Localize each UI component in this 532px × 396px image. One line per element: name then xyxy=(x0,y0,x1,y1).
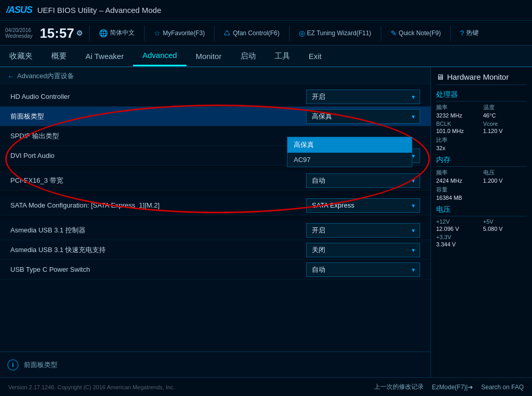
hw-12v-label: +12V xyxy=(436,218,480,225)
front-panel-value-wrap: 高保真AC97 ▼ xyxy=(306,109,420,124)
last-change-btn[interactable]: 上一次的修改记录 xyxy=(374,383,424,391)
hw-vcore-value: 1.120 V xyxy=(483,128,527,134)
hw-cpu-section: 处理器 xyxy=(436,90,527,101)
monitor-icon: 🖥 xyxy=(436,72,444,81)
hd-audio-value-wrap: 开启关闭 ▼ xyxy=(306,90,420,104)
hw-volt-row1: +12V +5V 12.096 V 5.080 V xyxy=(436,218,527,232)
usb31-label: Asmedia USB 3.1 控制器 xyxy=(10,226,306,235)
hw-mem-row1: 频率 电压 2424 MHz 1.200 V xyxy=(436,169,527,184)
hw-mem-freq-label: 频率 xyxy=(436,169,480,177)
hw-33v-label: +3.3V xyxy=(436,234,480,240)
gear-icon[interactable]: ⚙ xyxy=(76,30,83,37)
hw-volt-section: 电压 xyxy=(436,205,527,216)
nav-exit[interactable]: Exit xyxy=(299,46,331,66)
back-arrow-icon[interactable]: ← xyxy=(7,72,14,80)
nav-advanced[interactable]: Advanced xyxy=(133,46,186,66)
usbc-label: USB Type C Power Switch xyxy=(10,266,306,273)
globe-icon: 🌐 xyxy=(99,29,108,37)
nav-boot[interactable]: 启动 xyxy=(231,46,265,66)
setting-row-usb31[interactable]: Asmedia USB 3.1 控制器 开启关闭 ▼ xyxy=(0,221,430,240)
myfavorite-btn[interactable]: ☆ MyFavorite(F3) xyxy=(151,28,208,38)
hw-mem-cap-value: 16384 MB xyxy=(436,195,480,201)
hw-bclk-value: 101.0 MHz xyxy=(436,128,480,134)
hw-cpu-freq-label: 频率 xyxy=(436,104,480,111)
setting-row-usbc[interactable]: USB Type C Power Switch 自动手动 ▼ xyxy=(0,260,430,280)
qfan-btn[interactable]: ♺ Qfan Control(F6) xyxy=(221,28,282,38)
hd-audio-label: HD Audio Controller xyxy=(10,93,306,100)
nav-monitor[interactable]: Monitor xyxy=(186,46,231,66)
info-bar: 04/20/2016 Wednesday 15:57 ⚙ 🌐 简体中文 ☆ My… xyxy=(0,21,532,46)
breadcrumb-text: Advanced内置设备 xyxy=(17,71,74,81)
pci-select[interactable]: 自动手动 xyxy=(306,173,420,188)
language-btn[interactable]: 🌐 简体中文 xyxy=(96,27,138,38)
hw-cpu-row1: 频率 温度 3232 MHz 46°C xyxy=(436,104,527,119)
nav-tools[interactable]: 工具 xyxy=(265,46,299,66)
hw-5v-label: +5V xyxy=(483,218,527,225)
hw-mem-freq-value: 2424 MHz xyxy=(436,178,480,184)
spdif-label: SPDIF 输出类型 xyxy=(10,131,306,141)
hw-ratio-value: 32x xyxy=(436,145,480,151)
hw-33v-value: 3.344 V xyxy=(436,241,480,247)
hw-cpu-temp-value: 46°C xyxy=(483,112,527,119)
ez-tuning-btn[interactable]: ◎ EZ Tuning Wizard(F11) xyxy=(296,28,375,38)
pci-label: PCI-EX16_3 带宽 xyxy=(10,176,306,185)
dropdown-option-hd[interactable]: 高保真 xyxy=(287,137,412,153)
usb31-charge-select[interactable]: 关闭开启 xyxy=(306,243,420,257)
ez-mode-btn[interactable]: EzMode(F7)|➜ xyxy=(432,384,473,391)
hw-12v-value: 12.096 V xyxy=(436,226,480,232)
star-icon: ☆ xyxy=(154,29,161,37)
divider6 xyxy=(450,25,451,41)
setting-row-hd-audio[interactable]: HD Audio Controller 开启关闭 ▼ xyxy=(0,87,430,107)
nav-ai-tweaker[interactable]: Ai Tweaker xyxy=(76,46,133,66)
footer: Version 2.17.1246. Copyright (C) 2016 Am… xyxy=(0,377,532,396)
title-bar: /ASUS UEFI BIOS Utility – Advanced Mode xyxy=(0,0,532,21)
section-divider2 xyxy=(0,190,430,196)
setting-row-pci[interactable]: PCI-EX16_3 带宽 自动手动 ▼ xyxy=(0,171,430,190)
section-divider3 xyxy=(0,215,430,221)
title-text: UEFI BIOS Utility – Advanced Mode xyxy=(37,6,161,14)
footer-buttons: 上一次的修改记录 EzMode(F7)|➜ Search on FAQ xyxy=(374,383,524,391)
breadcrumb: ← Advanced内置设备 xyxy=(0,67,430,85)
fan-icon: ♺ xyxy=(224,29,231,37)
wizard-icon: ◎ xyxy=(299,29,305,37)
note-icon: ✎ xyxy=(391,29,397,37)
nav-bar: 收藏夹 概要 Ai Tweaker Advanced Monitor 启动 工具… xyxy=(0,46,532,67)
setting-row-sata[interactable]: SATA Mode Configuration: [SATA Express_1… xyxy=(0,196,430,215)
sata-value-wrap: SATA ExpressAHCIIDE ▼ xyxy=(306,198,420,213)
hw-bclk-label: BCLK xyxy=(436,121,480,127)
nav-favorites[interactable]: 收藏夹 xyxy=(0,46,42,66)
divider4 xyxy=(289,25,290,41)
info-text: 前面板类型 xyxy=(24,360,57,370)
nav-summary[interactable]: 概要 xyxy=(42,46,76,66)
sata-label: SATA Mode Configuration: [SATA Express_1… xyxy=(10,201,306,209)
hw-5v-value: 5.080 V xyxy=(483,226,527,232)
usbc-select[interactable]: 自动手动 xyxy=(306,262,420,277)
dropdown-option-ac97[interactable]: AC97 xyxy=(287,153,412,167)
hw-vcore-label: Vcore xyxy=(483,121,527,127)
hw-mem-volt-label: 电压 xyxy=(483,169,527,177)
hw-monitor-title: 🖥 Hardware Monitor xyxy=(436,72,527,85)
footer-copyright: Version 2.17.1246. Copyright (C) 2016 Am… xyxy=(8,384,175,390)
front-panel-select[interactable]: 高保真AC97 xyxy=(306,109,420,124)
hw-mem-cap-label: 容量 xyxy=(436,186,480,194)
hw-cpu-row3: 比率 32x xyxy=(436,136,527,151)
info-row: i 前面板类型 xyxy=(0,351,430,377)
front-panel-label: 前面板类型 xyxy=(10,112,306,121)
divider5 xyxy=(381,25,381,41)
usbc-value-wrap: 自动手动 ▼ xyxy=(306,262,420,277)
setting-row-front-panel[interactable]: 前面板类型 高保真AC97 ▼ xyxy=(0,107,430,126)
hd-audio-select[interactable]: 开启关闭 xyxy=(306,90,420,104)
search-faq-btn[interactable]: Search on FAQ xyxy=(481,384,524,391)
hw-mem-section: 内存 xyxy=(436,155,527,167)
dvi-label: DVI Port Audio xyxy=(10,152,306,159)
help-icon: ? xyxy=(460,29,464,37)
hw-mem-row2: 容量 16384 MB xyxy=(436,186,527,201)
sata-select[interactable]: SATA ExpressAHCIIDE xyxy=(306,198,420,213)
quick-note-btn[interactable]: ✎ Quick Note(F9) xyxy=(387,28,444,38)
usb31-select[interactable]: 开启关闭 xyxy=(306,223,420,238)
asus-logo: /ASUS xyxy=(6,5,32,16)
setting-row-usb31-charge[interactable]: Asmedia USB 3.1 快速充电支持 关闭开启 ▼ xyxy=(0,240,430,260)
hw-cpu-row2: BCLK Vcore 101.0 MHz 1.120 V xyxy=(436,121,527,134)
pci-value-wrap: 自动手动 ▼ xyxy=(306,173,420,188)
hotkey-btn[interactable]: ? 热键 xyxy=(457,27,482,38)
